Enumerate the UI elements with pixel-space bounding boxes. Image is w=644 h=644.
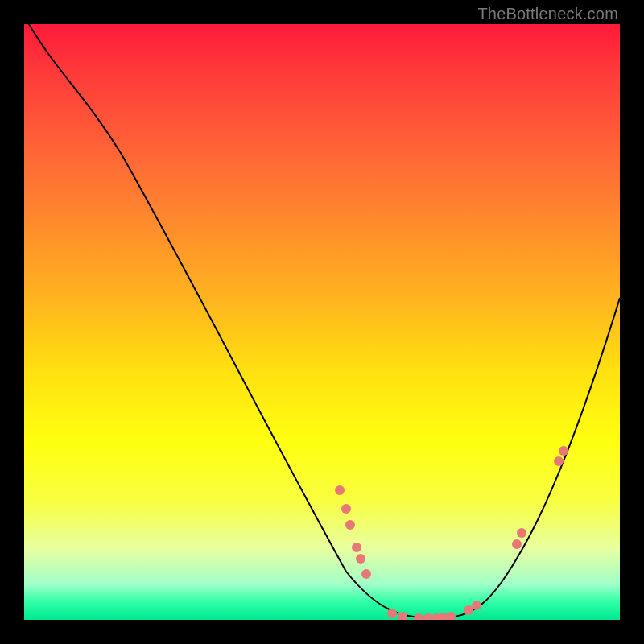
data-point (361, 569, 371, 579)
data-point (341, 504, 351, 514)
data-point (517, 528, 526, 538)
data-point (512, 539, 522, 549)
data-point (356, 554, 365, 564)
plot-area (24, 24, 620, 620)
chart-container: TheBottleneck.com (0, 0, 644, 644)
bottleneck-curve (24, 24, 620, 618)
data-point (559, 446, 568, 456)
data-point (464, 605, 473, 615)
data-point (387, 609, 397, 618)
data-point (345, 520, 355, 530)
chart-svg (24, 24, 620, 620)
data-point (352, 543, 361, 552)
data-point (554, 456, 564, 466)
data-point (335, 485, 345, 495)
data-points (335, 446, 568, 620)
watermark-text: TheBottleneck.com (477, 5, 618, 23)
data-point (414, 613, 423, 620)
data-point (472, 601, 481, 610)
data-point (446, 612, 456, 620)
